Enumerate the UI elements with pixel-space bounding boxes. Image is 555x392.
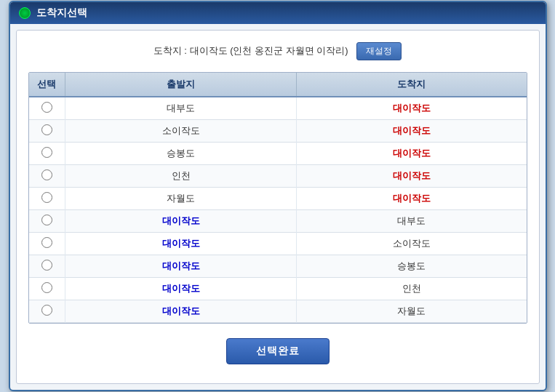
table-row: 대이작도승봉도: [29, 255, 527, 278]
radio-cell: [29, 188, 65, 210]
route-radio[interactable]: [41, 192, 52, 203]
table-row: 자월도대이작도: [29, 188, 527, 210]
radio-cell: [29, 143, 65, 165]
arrival-cell: 대이작도: [297, 97, 527, 120]
radio-cell: [29, 97, 65, 120]
table-row: 대이작도소이작도: [29, 233, 527, 255]
table-header-row: 선택 출발지 도착지: [29, 73, 527, 97]
departure-cell: 대이작도: [65, 233, 297, 255]
arrival-cell: 대부도: [297, 210, 527, 233]
departure-cell: 소이작도: [65, 120, 297, 143]
radio-cell: [29, 233, 65, 255]
arrival-cell: 대이작도: [297, 188, 527, 210]
table-row: 대이작도자월도: [29, 300, 527, 323]
arrival-cell: 승봉도: [297, 255, 527, 278]
content-area: 도착지 : 대이작도 (인천 옹진군 자월면 이작리) 재설정 선택 출발지 도…: [16, 30, 540, 384]
confirm-button[interactable]: 선택완료: [226, 338, 330, 364]
table-row: 승봉도대이작도: [29, 143, 527, 165]
route-radio[interactable]: [41, 147, 52, 158]
route-radio[interactable]: [41, 237, 52, 248]
main-window: 도착지선택 도착지 : 대이작도 (인천 옹진군 자월면 이작리) 재설정 선택…: [9, 1, 547, 391]
col-departure: 출발지: [65, 73, 297, 97]
table-row: 대이작도대부도: [29, 210, 527, 233]
radio-cell: [29, 300, 65, 323]
departure-cell: 대이작도: [65, 210, 297, 233]
route-radio[interactable]: [41, 305, 52, 316]
destination-info: 도착지 : 대이작도 (인천 옹진군 자월면 이작리) 재설정: [28, 42, 527, 60]
route-radio[interactable]: [41, 124, 52, 135]
table-row: 대이작도인천: [29, 278, 527, 300]
departure-cell: 승봉도: [65, 143, 297, 165]
arrival-cell: 대이작도: [297, 143, 527, 165]
destination-label: 도착지 : 대이작도 (인천 옹진군 자월면 이작리): [153, 45, 348, 56]
arrival-cell: 대이작도: [297, 165, 527, 188]
button-area: 선택완료: [28, 338, 527, 372]
table-row: 대부도대이작도: [29, 97, 527, 120]
route-radio[interactable]: [41, 169, 52, 180]
route-radio[interactable]: [41, 282, 52, 293]
arrival-cell: 인천: [297, 278, 527, 300]
radio-cell: [29, 120, 65, 143]
departure-cell: 대이작도: [65, 255, 297, 278]
departure-cell: 인천: [65, 165, 297, 188]
table-row: 소이작도대이작도: [29, 120, 527, 143]
arrival-cell: 대이작도: [297, 120, 527, 143]
window-title: 도착지선택: [36, 7, 87, 20]
table-row: 인천대이작도: [29, 165, 527, 188]
route-radio[interactable]: [41, 215, 52, 225]
route-table-container: 선택 출발지 도착지 대부도대이작도소이작도대이작도승봉도대이작도인천대이작도자…: [28, 72, 527, 324]
route-radio[interactable]: [41, 260, 52, 271]
radio-cell: [29, 255, 65, 278]
departure-cell: 자월도: [65, 188, 297, 210]
route-table: 선택 출발지 도착지 대부도대이작도소이작도대이작도승봉도대이작도인천대이작도자…: [29, 73, 527, 323]
reset-button[interactable]: 재설정: [356, 42, 402, 60]
radio-cell: [29, 165, 65, 188]
col-select: 선택: [29, 73, 65, 97]
route-radio[interactable]: [41, 102, 52, 113]
title-icon: [19, 7, 31, 19]
table-body: 대부도대이작도소이작도대이작도승봉도대이작도인천대이작도자월도대이작도대이작도대…: [29, 97, 527, 323]
arrival-cell: 자월도: [297, 300, 527, 323]
departure-cell: 대부도: [65, 97, 297, 120]
arrival-cell: 소이작도: [297, 233, 527, 255]
departure-cell: 대이작도: [65, 300, 297, 323]
departure-cell: 대이작도: [65, 278, 297, 300]
radio-cell: [29, 210, 65, 233]
col-arrival: 도착지: [297, 73, 527, 97]
title-bar: 도착지선택: [10, 2, 546, 24]
radio-cell: [29, 278, 65, 300]
